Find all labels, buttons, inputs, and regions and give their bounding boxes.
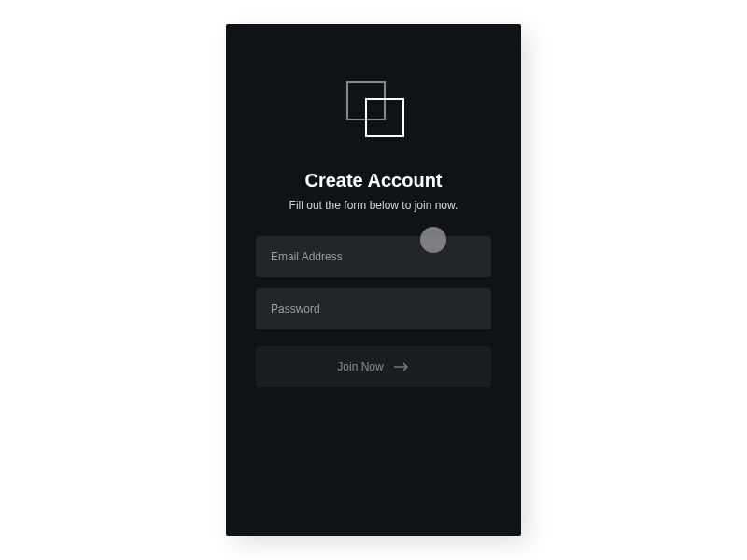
- page-title: Create Account: [304, 170, 442, 191]
- touch-indicator-icon: [420, 227, 446, 253]
- join-now-label: Join Now: [337, 360, 383, 373]
- password-field[interactable]: [256, 288, 491, 329]
- page-subtitle: Fill out the form below to join now.: [289, 199, 458, 212]
- join-now-button[interactable]: Join Now: [256, 346, 491, 387]
- arrow-right-icon: [393, 362, 410, 371]
- signup-screen: Create Account Fill out the form below t…: [226, 24, 521, 536]
- signup-form: Join Now: [256, 236, 491, 387]
- email-field[interactable]: [256, 236, 491, 277]
- logo-icon: [334, 77, 413, 144]
